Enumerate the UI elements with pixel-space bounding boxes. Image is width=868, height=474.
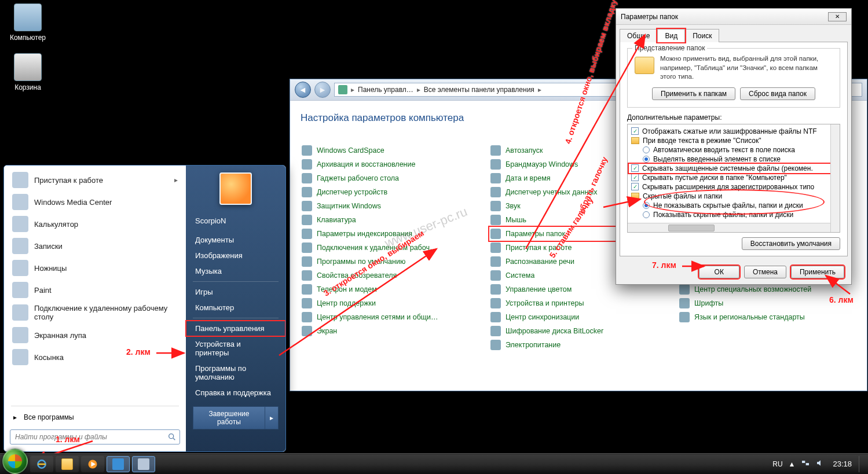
checkbox[interactable]: ✓ [631,183,639,190]
taskbar-item-explorer[interactable] [56,456,79,472]
start-menu-item[interactable]: Записки [6,235,184,257]
ok-button[interactable]: ОК [699,266,739,278]
vertical-scrollbar[interactable] [830,124,840,232]
tray-flag-icon[interactable]: ▲ [789,460,796,468]
close-button[interactable]: ✕ [828,12,847,21]
start-menu-right-item[interactable]: Панель управления [186,321,285,336]
show-desktop-button[interactable] [859,456,863,472]
control-panel-item[interactable]: Язык и региональные стандарты [678,310,856,324]
control-panel-item[interactable]: Программы по умолчанию [301,255,479,269]
start-menu-right-item[interactable]: Музыка [186,263,285,279]
restore-defaults-button[interactable]: Восстановить умолчания [742,237,840,250]
radio[interactable] [643,202,650,209]
desktop-icon-trash[interactable]: Корзина [6,53,50,91]
control-panel-item[interactable]: Windows CardSpace [301,144,479,157]
start-search-input[interactable] [10,429,180,444]
advanced-setting-row[interactable]: ✓Скрывать расширения для зарегистрирован… [629,182,838,192]
shutdown-options-button[interactable]: ▸ [265,406,279,429]
control-panel-item[interactable]: Центр специальных возможностей [678,282,856,296]
control-panel-item[interactable]: Шифрование диска BitLocker [489,324,668,338]
desktop-icon-computer[interactable]: Компьютер [6,3,50,42]
start-menu-item[interactable]: Калькулятор [6,213,184,235]
dialog-tab[interactable]: Поиск [685,29,719,42]
advanced-setting-row[interactable]: Не показывать скрытые файлы, папки и дис… [629,201,838,210]
radio[interactable] [643,211,650,218]
reset-folders-view-button[interactable]: Сброс вида папок [740,87,815,100]
checkbox[interactable]: ✓ [631,127,639,135]
start-button[interactable] [2,449,28,474]
start-menu-right-item[interactable]: Справка и поддержка [186,385,285,400]
advanced-setting-row[interactable]: ✓Скрывать пустые диски в папке "Компьюте… [629,173,838,182]
taskbar-item-app[interactable] [107,456,130,472]
start-menu-right-item[interactable]: Устройства и принтеры [186,336,285,361]
control-panel-item[interactable]: Телефон и модем [301,282,479,296]
start-menu-right-item[interactable]: Документы [186,232,285,248]
start-menu-item[interactable]: Ножницы [6,257,184,279]
control-panel-item[interactable]: Параметры индексирования [301,227,479,241]
control-panel-icon [338,85,347,94]
control-panel-item[interactable]: Шрифты [678,296,856,310]
nav-forward-button[interactable]: ► [314,82,331,98]
advanced-setting-row[interactable]: Скрытые файлы и папки [629,192,838,201]
control-panel-item[interactable]: Диспетчер устройств [301,185,479,199]
control-panel-item[interactable]: Центр управления сетями и общи… [301,310,479,324]
taskbar-item-app[interactable] [132,456,155,472]
start-menu-item[interactable]: Paint [6,279,184,301]
control-panel-item[interactable]: Свойства обозревателя [301,269,479,282]
tray-volume-icon[interactable] [816,458,825,469]
control-panel-item[interactable]: Центр синхронизации [489,310,668,324]
advanced-settings-list[interactable]: ✓Отображать сжатые или зашифрованные фай… [627,124,840,233]
advanced-setting-row[interactable]: Автоматически вводить текст в поле поиск… [629,145,838,155]
cp-item-icon [302,229,312,239]
advanced-setting-row[interactable]: При вводе текста в режиме "Список" [629,136,838,145]
advanced-setting-row[interactable]: Выделять введенный элемент в списке [629,155,838,164]
control-panel-item[interactable]: Электропитание [489,338,668,352]
breadcrumb[interactable]: Все элементы панели управления [424,86,534,94]
start-menu-right-item[interactable]: Игры [186,284,285,300]
start-menu-item[interactable]: Косынка [6,346,184,368]
start-menu-item[interactable]: Приступая к работе▸ [6,169,184,191]
taskbar-item-wmp[interactable] [81,456,104,472]
nav-back-button[interactable]: ◄ [295,82,311,98]
dialog-tab[interactable]: Общие [620,29,657,42]
start-menu-item[interactable]: Экранная лупа [6,324,184,346]
breadcrumb[interactable]: Панель управл… [358,86,413,94]
control-panel-item[interactable]: Подключения к удаленным рабоч… [301,241,479,255]
control-panel-item[interactable]: Клавиатура [301,213,479,227]
user-avatar[interactable] [219,172,252,205]
cancel-button[interactable]: Отмена [744,266,786,278]
cp-item-icon [490,256,501,267]
checkbox[interactable]: ✓ [631,164,639,172]
radio[interactable] [643,146,650,153]
scrollbar-thumb[interactable] [668,225,715,232]
start-menu-item[interactable]: Подключение к удаленному рабочему столу [6,301,184,324]
shutdown-button[interactable]: Завершение работы [193,406,265,429]
control-panel-item[interactable]: Устройства и принтеры [489,296,668,310]
tray-network-icon[interactable] [801,458,810,469]
all-programs-button[interactable]: ▸ Все программы [6,409,184,426]
control-panel-item[interactable]: Защитник Windows [301,199,479,213]
start-menu-item[interactable]: Windows Media Center [6,191,184,213]
apply-button[interactable]: Применить [791,266,844,278]
checkbox[interactable]: ✓ [631,174,639,181]
start-menu-right-item[interactable]: Компьютер [186,300,285,315]
tray-lang[interactable]: RU [772,460,782,468]
radio[interactable] [643,156,650,163]
taskbar-item-ie[interactable] [30,456,53,472]
control-panel-item[interactable]: Экран [301,324,479,338]
advanced-setting-row[interactable]: ✓Скрывать защищенные системные файлы (ре… [629,164,838,173]
cp-item-icon [302,312,312,322]
advanced-setting-row[interactable]: ✓Отображать сжатые или зашифрованные фай… [629,127,838,136]
tray-clock[interactable]: 23:18 [833,460,852,468]
start-user-name[interactable]: ScorpioN [186,213,285,229]
apply-to-folders-button[interactable]: Применить к папкам [652,87,735,100]
control-panel-item[interactable]: Центр поддержки [301,296,479,310]
start-menu-right-item[interactable]: Программы по умолчанию [186,361,285,385]
advanced-setting-row[interactable]: Показывать скрытые файлы, папки и диски [629,210,838,219]
horizontal-scrollbar[interactable] [628,223,830,232]
control-panel-item[interactable]: Архивация и восстановление [301,157,479,171]
control-panel-item[interactable]: Управление цветом [489,282,668,296]
dialog-tab[interactable]: Вид [657,29,685,42]
start-menu-right-item[interactable]: Изображения [186,248,285,263]
control-panel-item[interactable]: Гаджеты рабочего стола [301,171,479,185]
